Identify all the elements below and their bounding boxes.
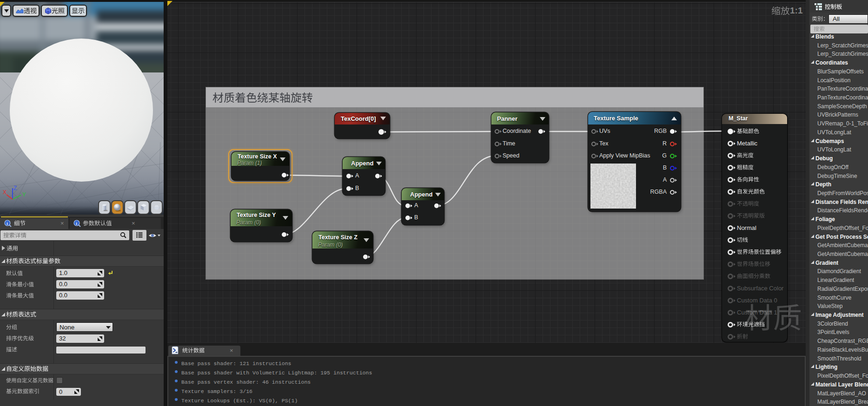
svg-text:X: X xyxy=(3,189,7,196)
svg-text:Y: Y xyxy=(22,191,26,198)
svg-text:Z: Z xyxy=(13,185,17,191)
